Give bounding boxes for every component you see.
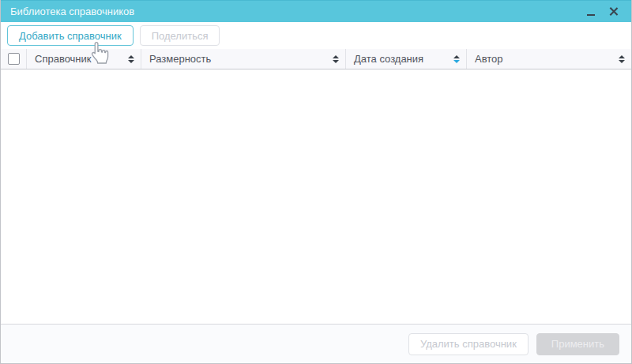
sort-arrows-icon[interactable]: [128, 55, 134, 63]
column-label: Справочник: [35, 53, 92, 65]
column-header-dictionary[interactable]: Справочник: [27, 49, 141, 69]
minimize-button[interactable]: [582, 3, 600, 21]
column-header-dimension[interactable]: Размерность: [141, 49, 346, 69]
close-icon: [609, 7, 618, 16]
delete-dictionary-button[interactable]: Удалить справочник: [408, 333, 529, 355]
select-all-cell: [1, 49, 27, 69]
column-header-author[interactable]: Автор: [467, 49, 631, 69]
select-all-checkbox[interactable]: [8, 53, 20, 65]
apply-button[interactable]: Применить: [536, 333, 619, 355]
sort-arrows-icon[interactable]: [453, 55, 460, 63]
titlebar: Библиотека справочников: [1, 0, 631, 22]
table-body-empty: [1, 69, 631, 324]
column-label: Дата создания: [354, 53, 423, 65]
column-header-created-date[interactable]: Дата создания: [346, 49, 467, 69]
sort-arrows-icon[interactable]: [619, 55, 625, 63]
dialog-window: Библиотека справочников Добавить справоч…: [0, 0, 632, 364]
minimize-icon: [587, 14, 595, 16]
close-button[interactable]: [604, 3, 622, 21]
footer-bar: Удалить справочник Применить: [1, 324, 631, 363]
toolbar: Добавить справочник Поделиться: [1, 22, 631, 49]
add-dictionary-button[interactable]: Добавить справочник: [7, 25, 134, 46]
share-button[interactable]: Поделиться: [140, 25, 220, 46]
column-label: Размерность: [149, 53, 211, 65]
column-label: Автор: [475, 53, 503, 65]
sort-arrows-icon[interactable]: [333, 55, 339, 63]
window-controls: [582, 3, 622, 21]
window-title: Библиотека справочников: [10, 6, 582, 17]
table-header: Справочник Размерность Дата создания Авт…: [1, 49, 631, 69]
